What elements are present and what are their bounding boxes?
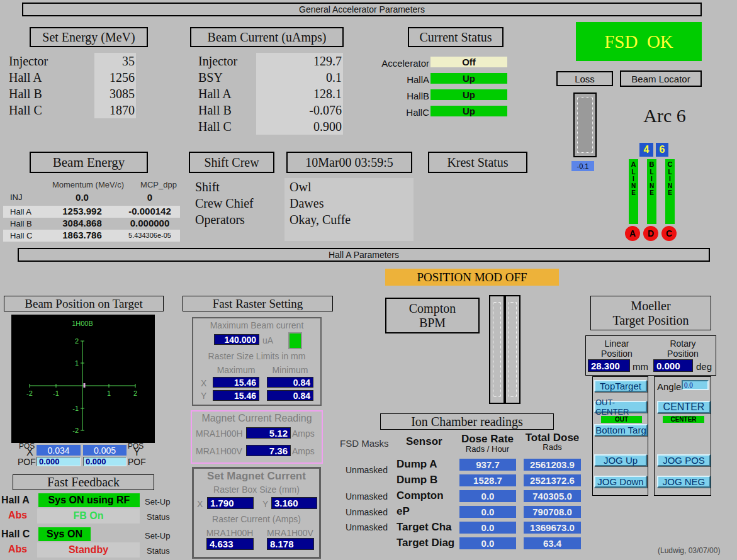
set-energy-row-label: Hall A [9, 69, 42, 86]
loss-meter [573, 92, 597, 157]
amps-unit: Amps [292, 428, 315, 439]
top-target-button[interactable]: TopTarget [594, 380, 647, 392]
set-energy-value: 3085 [93, 86, 135, 102]
unmasked-label: Unmasked [346, 491, 388, 501]
jog-down-button[interactable]: JOG Down [594, 476, 647, 488]
top-banner: General Accelerator Parameters [22, 3, 702, 16]
ffb-abs-label: Abs [8, 510, 27, 521]
beam-current-row-label: BSY [198, 69, 223, 86]
set-h-field[interactable]: 4.633 [206, 538, 254, 550]
operators-value: Okay, Cuffe [290, 211, 351, 228]
beam-current-value: 128.1 [255, 86, 342, 102]
mra1h00v-reading: 7.36 [246, 445, 291, 456]
beam-energy-row-label: Hall A [10, 207, 31, 216]
set-y-field[interactable]: 3.160 [271, 497, 317, 509]
raster-current-label: Raster Current (Amps) [192, 514, 321, 524]
compton-bpm-button[interactable]: Compton BPM [385, 298, 480, 333]
momentum-value: 0.0 [49, 192, 115, 203]
ffb-hall-c-fb-status: Standby [37, 542, 140, 557]
raster-limits-label: Raster Size Limits in mm [192, 351, 322, 361]
raster-y-label: Y [201, 391, 206, 401]
position-mod-banner: POSITION MOD OFF [385, 269, 559, 286]
total-dose-value: 2521372.6 [524, 474, 581, 486]
mra1h00h-label: MRA1H00H [196, 428, 243, 439]
ffb-hall-a-fb-status: FB On [37, 508, 140, 524]
pof-x-field[interactable]: 0.000 [37, 457, 81, 466]
jog-up-button[interactable]: JOG Up [594, 454, 647, 466]
beam-spot-marker [84, 383, 86, 388]
set-energy-title: Set Energy (MeV) [30, 27, 148, 47]
mcp-value: 0 [118, 192, 181, 203]
center-status-badge: CENTER [663, 416, 704, 423]
set-energy-value: 1870 [93, 102, 135, 118]
sensor-label: Dump B [397, 474, 437, 486]
pos-x-value: 0.034 [37, 445, 81, 456]
set-x-field[interactable]: 1.790 [207, 497, 254, 509]
set-energy-value: 1256 [93, 69, 135, 86]
fsd-status-panel: FSD OK [576, 22, 702, 61]
moeller-title: Moeller Target Position [590, 296, 711, 330]
hall-c-status-badge: Up [430, 106, 507, 116]
mcp-value: 5.434306e-05 [118, 232, 181, 239]
raster-box-size-label: Raster Box Size (mm) [192, 484, 321, 495]
ffb-hall-c-label: Hall C [1, 529, 30, 540]
center-button[interactable]: CENTER [657, 401, 711, 413]
total-dose-value: 790708.0 [524, 506, 581, 518]
ffb-setup-label: Set-Up [145, 531, 170, 540]
hall-b-status-badge: Up [430, 89, 507, 100]
out-status-badge: OUT [601, 416, 642, 423]
ffb-hall-a-sys-status: Sys ON using RF [38, 493, 140, 507]
pof-x-label: POF [18, 457, 36, 467]
loss-meter-bar [577, 97, 593, 153]
hall-c-indicator: C [661, 226, 677, 241]
status-row-label: HallA [350, 74, 429, 85]
ffb-abs-label: Abs [8, 544, 27, 555]
credit-text: (Ludwig, 03/07/00) [658, 546, 720, 555]
raster-on-indicator [288, 332, 302, 349]
bottom-target-button[interactable]: Bottom Targ [594, 424, 648, 436]
angle-field[interactable]: 0.0 [682, 380, 709, 390]
set-energy-row-label: Hall C [9, 102, 42, 118]
sensor-label: eP [397, 505, 410, 518]
crew-chief-label: Crew Chief [195, 195, 254, 211]
target-plot-svg: 1H00B -2 -1 1 2 2 1 -1 -2 [11, 315, 155, 443]
max-beam-current-label: Maximum Beam current [192, 320, 322, 330]
deg-unit: deg [696, 361, 712, 372]
status-row-label: Accelerator [350, 58, 429, 69]
beam-current-value: 129.7 [255, 53, 342, 69]
hall-a-banner: Hall A Parameters [18, 248, 710, 262]
sensor-label: Target Diag [397, 537, 454, 549]
angle-label: Angle [657, 381, 681, 392]
max-beam-current-value: 140.000 [214, 334, 259, 345]
beam-energy-row-label: Hall C [10, 231, 32, 240]
pof-y-field[interactable]: 0.000 [83, 457, 127, 466]
out-center-button[interactable]: OUT-CENTER [594, 401, 647, 413]
mm-unit: mm [633, 361, 648, 372]
raster-y-min: 0.84 [267, 390, 313, 401]
arc-index-box: 4 [639, 143, 653, 157]
dose-rate-value: 0.0 [459, 537, 516, 549]
set-energy-row-label: Hall B [9, 86, 42, 102]
hall-a-banner-title: Hall A Parameters [329, 250, 399, 260]
set-v-field[interactable]: 8.178 [267, 538, 314, 550]
jog-neg-button[interactable]: JOG NEG [657, 476, 711, 488]
set-y-label: Y [262, 499, 268, 509]
total-dose-value: 1369673.0 [524, 522, 581, 534]
krest-status-button[interactable]: Krest Status [428, 152, 527, 173]
y-tick-label: 2 [75, 337, 79, 345]
jog-pos-button[interactable]: JOG POS [657, 454, 711, 466]
linear-position-value: 28.300 [588, 359, 630, 372]
loss-button[interactable]: Loss [556, 71, 613, 86]
linear-position-label: Linear [592, 339, 642, 349]
beam-locator-button[interactable]: Beam Locator [620, 70, 702, 87]
mcp-value: 0.000000 [118, 218, 181, 228]
beam-current-title: Beam Current (uAmps) [190, 27, 344, 47]
total-dose-value: 2561203.9 [524, 459, 581, 471]
beam-energy-row-label: INJ [10, 193, 23, 202]
momentum-value: 1863.786 [49, 230, 115, 240]
top-banner-title: General Accelerator Parameters [299, 4, 425, 14]
rotary-position-value: 0.000 [653, 359, 693, 372]
mcp-column-header: MCP_dpp [133, 180, 184, 189]
current-status-title: Current Status [408, 27, 504, 47]
c-line-bar: C L I N E [665, 159, 675, 224]
